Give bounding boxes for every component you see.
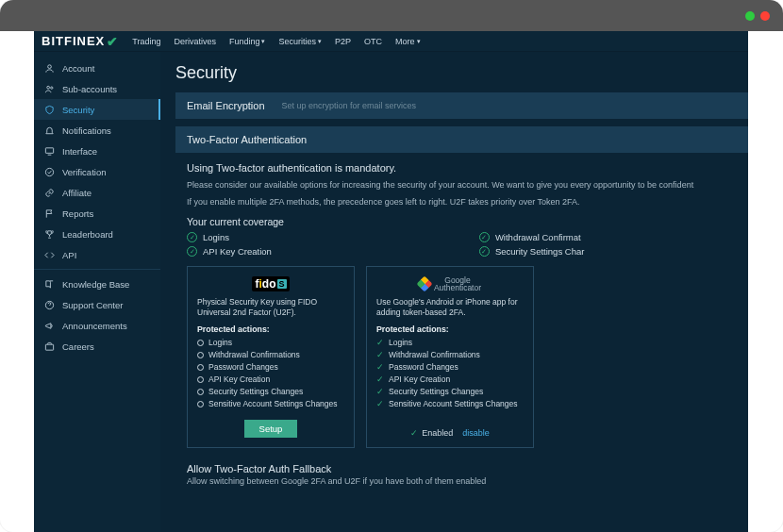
- google-protected-item: ✓Password Changes: [376, 361, 524, 374]
- sidebar-item-label: Account: [62, 63, 94, 74]
- window-dot-red[interactable]: [760, 11, 770, 21]
- fido-logo: fidoS: [197, 274, 344, 293]
- svg-point-0: [47, 64, 51, 68]
- google-protected-item: ✓Withdrawal Confirmations: [376, 349, 524, 361]
- fido-setup-button[interactable]: Setup: [244, 420, 298, 438]
- fido-card: fidoS Physical Security Key using FIDO U…: [187, 266, 355, 448]
- sidebar-item-interface[interactable]: Interface: [34, 141, 160, 161]
- google-protected-item: ✓Security Settings Changes: [376, 386, 524, 398]
- google-pa-title: Protected actions:: [376, 324, 524, 334]
- nav-funding[interactable]: Funding▾: [229, 37, 266, 46]
- sidebar-item-notifications[interactable]: Notifications: [34, 120, 160, 141]
- chevron-down-icon: ▾: [261, 38, 265, 45]
- google-auth-card: Google Authenticator Use Google's Androi…: [366, 266, 534, 448]
- sidebar-item-label: Sub-accounts: [62, 84, 117, 94]
- google-protected-item: ✓Sensitive Account Settings Changes: [376, 398, 524, 410]
- google-protected-item: ✓Logins: [376, 337, 524, 349]
- nav-otc[interactable]: OTC: [364, 37, 382, 46]
- check-circle-icon: ✓: [187, 246, 197, 257]
- svg-point-4: [45, 168, 53, 175]
- nav-securities[interactable]: Securities▾: [278, 37, 322, 46]
- nav-derivatives[interactable]: Derivatives: [174, 37, 216, 46]
- check-icon: ✓: [376, 374, 384, 384]
- sidebar-item-announcements[interactable]: Announcements: [34, 315, 160, 336]
- fido-protected-item: Password Changes: [197, 361, 344, 374]
- browser-frame: BITFINEX ✔ TradingDerivativesFunding▾Sec…: [0, 0, 783, 532]
- svg-point-2: [50, 86, 52, 88]
- sidebar-item-security[interactable]: Security: [34, 99, 160, 120]
- sidebar-item-label: Knowledge Base: [62, 279, 129, 290]
- check-icon: ✓: [376, 399, 384, 408]
- fido-protected-item: Security Settings Changes: [197, 386, 344, 398]
- sidebar-item-api[interactable]: API: [34, 244, 160, 265]
- nav-trading[interactable]: Trading: [132, 37, 160, 46]
- check-circle-icon: ✓: [479, 246, 490, 257]
- sidebar-item-leaderboard[interactable]: Leaderboard: [34, 224, 160, 244]
- svg-rect-3: [45, 147, 53, 153]
- google-brand2: Authenticator: [434, 284, 481, 292]
- sidebar-item-verification[interactable]: Verification: [34, 161, 160, 182]
- sidebar-item-label: Notifications: [62, 125, 111, 136]
- sidebar-item-sub-accounts[interactable]: Sub-accounts: [34, 78, 160, 99]
- sidebar-item-label: API: [62, 250, 76, 260]
- circle-icon: [197, 376, 204, 383]
- shield-icon: [43, 104, 55, 115]
- nav-p2p[interactable]: P2P: [335, 37, 351, 46]
- sidebar-item-label: Announcements: [62, 321, 127, 331]
- google-protected-item: ✓API Key Creation: [376, 374, 524, 386]
- check-icon: ✓: [376, 350, 384, 359]
- coverage-item: ✓API Key Creation: [187, 246, 272, 257]
- topnav: BITFINEX ✔ TradingDerivativesFunding▾Sec…: [34, 31, 748, 52]
- sidebar-item-careers[interactable]: Careers: [34, 336, 160, 357]
- twofa-header: Two-Factor Authentication: [175, 126, 748, 153]
- flag-icon: [43, 208, 55, 219]
- email-encryption-header[interactable]: Email Encryption Set up encryption for e…: [175, 92, 748, 119]
- link-icon: [43, 187, 55, 198]
- chevron-down-icon: ▾: [417, 38, 421, 45]
- sidebar-item-knowledge-base[interactable]: Knowledge Base: [34, 274, 160, 294]
- sidebar-item-account[interactable]: Account: [34, 58, 160, 78]
- users-icon: [43, 83, 55, 94]
- check-icon: ✓: [376, 338, 384, 347]
- sidebar-item-affiliate[interactable]: Affiliate: [34, 182, 160, 203]
- google-icon: [416, 276, 432, 292]
- check-icon: ✓: [376, 362, 384, 372]
- sidebar-item-support-center[interactable]: Support Center: [34, 294, 160, 315]
- sidebar-item-label: Careers: [62, 341, 94, 352]
- sidebar-item-label: Reports: [62, 208, 93, 219]
- google-desc: Use Google's Android or iPhone app for a…: [376, 297, 524, 319]
- trophy-icon: [43, 228, 55, 240]
- circle-icon: [197, 364, 204, 371]
- check-circle-icon: ✓: [187, 232, 197, 242]
- brand-text: BITFINEX: [42, 34, 105, 48]
- window-dot-green[interactable]: [745, 11, 755, 21]
- main-content: Security Email Encryption Set up encrypt…: [160, 52, 748, 532]
- fido-protected-item: Sensitive Account Settings Changes: [197, 398, 344, 410]
- twofa-p1: Please consider our available options fo…: [187, 179, 737, 192]
- circle-icon: [197, 389, 204, 395]
- email-encryption-sub: Set up encryption for email services: [282, 101, 417, 110]
- sidebar-item-reports[interactable]: Reports: [34, 203, 160, 224]
- user-icon: [43, 62, 55, 74]
- bell-icon: [43, 125, 55, 136]
- fido-pa-title: Protected actions:: [197, 324, 344, 334]
- leaf-icon: ✔: [107, 34, 119, 49]
- fido-protected-item: Logins: [197, 337, 344, 349]
- coverage-grid: ✓Logins✓API Key Creation ✓Withdrawal Con…: [187, 232, 737, 257]
- page-title: Security: [175, 63, 748, 83]
- monitor-icon: [43, 145, 55, 157]
- svg-point-1: [46, 86, 49, 89]
- check-badge-icon: [43, 166, 55, 177]
- fido-protected-item: Withdrawal Confirmations: [197, 349, 344, 361]
- check-icon: ✓: [410, 428, 418, 438]
- email-encryption-title: Email Encryption: [187, 100, 265, 111]
- fido-desc: Physical Security Key using FIDO Univers…: [197, 297, 344, 319]
- fallback-sub: Allow switching between Google 2FA and U…: [187, 476, 737, 486]
- google-disable-link[interactable]: disable: [462, 428, 490, 438]
- app-root: BITFINEX ✔ TradingDerivativesFunding▾Sec…: [34, 31, 748, 532]
- nav-more[interactable]: More▾: [395, 37, 421, 46]
- brand-logo[interactable]: BITFINEX ✔: [42, 34, 119, 49]
- briefcase-icon: [43, 341, 55, 352]
- chevron-down-icon: ▾: [318, 38, 322, 45]
- fido-protected-item: API Key Creation: [197, 374, 344, 386]
